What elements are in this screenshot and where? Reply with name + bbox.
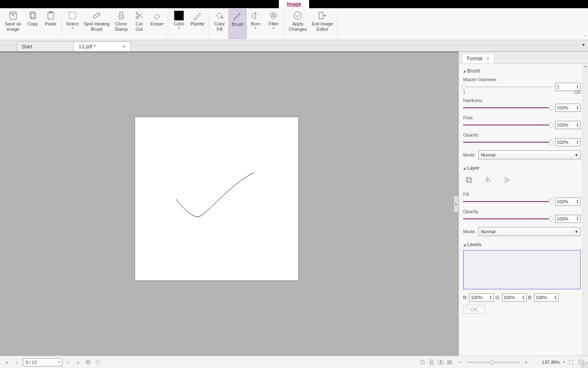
ribbon-collapse-icon[interactable]: ⌃ [583,34,586,39]
flow-input[interactable]: 100%▲▼ [555,121,581,129]
layer-opacity-slider[interactable] [463,216,552,222]
g-input[interactable]: 100%▲▼ [502,293,527,302]
status-bar: « ‹ 3 / 12▾ › » − + 137.38% ▾ [0,356,588,368]
burn-button[interactable]: Burn ▾ [247,9,265,39]
tab-file[interactable]: 13.pdf * × [73,41,131,51]
chevron-down-icon: ▾ [255,26,256,30]
opacity-slider[interactable] [463,139,552,145]
master-diameter-slider[interactable] [463,84,552,90]
color-button[interactable]: Color ▾ [170,9,188,39]
master-diameter-input[interactable]: 1▲▼ [555,83,581,91]
hardness-input[interactable]: 100%▲▼ [555,104,581,112]
resize-grip-icon[interactable] [581,361,588,368]
chevron-down-icon: ▾ [575,152,578,158]
filter-icon [269,11,278,20]
r-label: R: [463,295,468,300]
pipette-icon [192,11,202,20]
svg-point-13 [294,12,301,19]
clone-stamp-button[interactable]: Clone Stamp [112,9,130,39]
exit-image-editor-button[interactable]: Exit Image Editor [309,9,335,39]
svg-rect-1 [30,12,34,18]
duplicate-layer-icon[interactable] [465,176,473,185]
zoom-in-button[interactable]: + [522,359,530,366]
section-brush[interactable]: ◢Brush [463,68,581,74]
hardness-label: Hardness [463,98,581,103]
canvas-area[interactable]: ▸ [0,52,459,356]
tab-start[interactable]: Start [16,41,74,51]
layer-fill-input[interactable]: 100%▲▼ [555,198,581,206]
canvas-page[interactable] [135,117,298,280]
panel-tab-format[interactable]: Format × [461,53,495,64]
color-fill-button[interactable]: Color Fill [210,9,228,39]
svg-rect-26 [447,360,449,363]
svg-rect-20 [97,361,100,364]
layer-fill-slider[interactable] [463,199,552,204]
save-as-image-button[interactable]: Save as Image [2,9,24,39]
last-page-button[interactable]: » [75,359,82,366]
panel-tab-close-icon[interactable]: × [486,56,489,61]
new-window-disabled-icon [94,359,102,366]
filter-button[interactable]: Filter ▾ [265,9,283,39]
select-button[interactable]: Select ▾ [63,9,81,39]
view-facing-icon[interactable] [436,359,445,366]
scissors-icon [134,11,144,20]
view-single-icon[interactable] [418,359,427,366]
flow-slider[interactable] [463,122,552,128]
prev-page-button[interactable]: ‹ [13,359,20,366]
spot-healing-brush-button[interactable]: Spot Healing Brush [81,9,112,39]
svg-rect-5 [69,12,76,19]
view-book-icon[interactable] [446,359,454,366]
svg-rect-28 [450,360,452,363]
tab-close-icon[interactable]: × [122,43,125,50]
view-mode-group [418,359,454,366]
r-input[interactable]: 100%▲▼ [469,293,494,302]
b-input[interactable]: 100%▲▼ [534,293,559,302]
layer-mode-select[interactable]: Normal▾ [478,227,581,236]
levels-ok-button[interactable]: OK [463,305,485,314]
brush-button[interactable]: Brush [228,9,247,39]
brush-mode-select[interactable]: Normal▾ [478,150,581,159]
fullscreen-icon[interactable] [568,359,575,366]
svg-rect-14 [319,12,323,19]
next-page-button[interactable]: › [65,359,72,366]
section-levels[interactable]: ◢Levels [463,242,581,248]
chevron-down-icon: ▾ [58,360,60,364]
title-bar: Image [0,0,588,8]
new-window-icon[interactable] [84,359,92,366]
zoom-out-button[interactable]: − [457,359,464,366]
eraser-icon [152,11,162,20]
check-icon [293,11,303,20]
flip-horizontal-icon[interactable] [484,176,492,185]
hardness-slider[interactable] [463,105,552,111]
burn-icon [251,11,260,20]
pipette-button[interactable]: Pipette [188,9,207,39]
format-panel: Format × ◢Brush Master Diameter 1▲▼ 1200… [459,52,588,356]
svg-rect-23 [430,362,433,364]
cut-out-button[interactable]: Cut Out [130,9,148,39]
view-continuous-icon[interactable] [427,359,436,366]
page-number-field[interactable]: 3 / 12▾ [23,358,62,366]
levels-histogram[interactable] [463,250,581,289]
section-layer[interactable]: ◢Layer [463,165,581,171]
panel-collapse-handle[interactable]: ▸ [454,196,459,212]
svg-point-9 [222,17,223,18]
panel-scrollbar[interactable]: ▴ [582,64,588,356]
opacity-input[interactable]: 100%▲▼ [555,138,581,146]
paste-button[interactable]: Paste [42,9,60,39]
ribbon-tab-image[interactable]: Image [279,0,310,8]
zoom-slider[interactable] [467,359,520,365]
collapse-icon: ◢ [463,69,466,73]
chevron-down-icon[interactable]: ▾ [563,360,565,364]
tab-list-dropdown[interactable]: ▼ [581,43,586,47]
layer-opacity-input[interactable]: 100%▲▼ [555,215,581,223]
first-page-button[interactable]: « [3,359,11,366]
apply-changes-button[interactable]: Apply Changes [286,9,309,39]
document-tab-bar: Start 13.pdf * × ▼ [0,40,588,52]
eraser-button[interactable]: Eraser [148,9,166,39]
svg-rect-24 [439,360,441,363]
chevron-down-icon: ▾ [72,26,73,30]
copy-button[interactable]: Copy [24,9,42,39]
flip-vertical-icon[interactable] [502,176,511,185]
zoom-value[interactable]: 137.38% [532,358,561,366]
svg-rect-3 [48,12,54,19]
